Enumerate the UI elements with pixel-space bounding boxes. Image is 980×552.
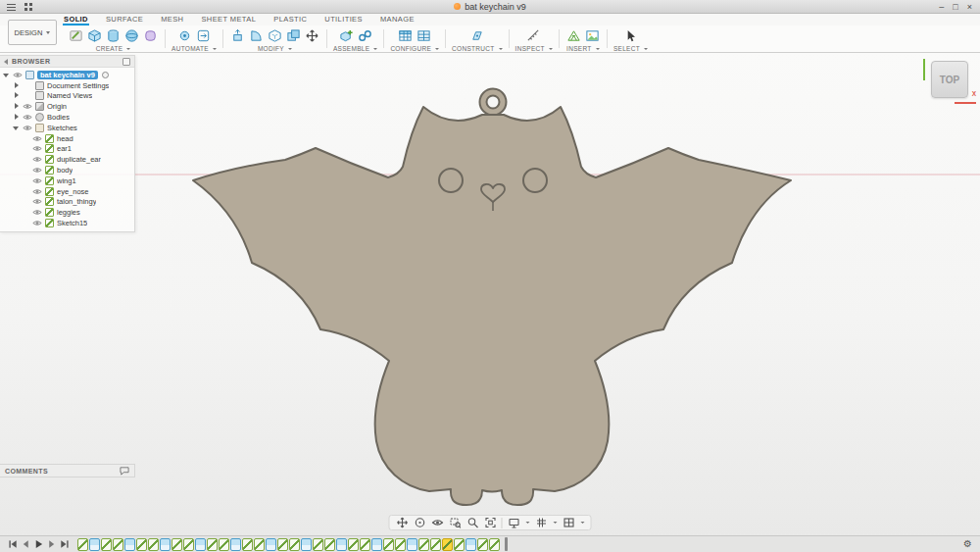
- browser-node-sketch15[interactable]: Sketch15: [0, 218, 134, 228]
- construct-plane-icon[interactable]: [468, 27, 485, 44]
- create-sketch-icon[interactable]: [68, 27, 84, 44]
- toolbar-group-label-create[interactable]: CREATE: [96, 45, 131, 52]
- toolbar-group-label-construct[interactable]: CONSTRUCT: [452, 45, 503, 52]
- move-icon[interactable]: [304, 27, 320, 44]
- comments-bubble-icon[interactable]: [120, 467, 129, 476]
- joint-icon[interactable]: [357, 27, 373, 44]
- visibility-eye-icon[interactable]: [23, 114, 32, 121]
- timeline-feature-sketch[interactable]: [148, 538, 159, 551]
- design-workspace-selector[interactable]: DESIGN: [8, 20, 57, 45]
- expand-arrow-icon[interactable]: [13, 125, 20, 131]
- combine-icon[interactable]: [285, 27, 302, 44]
- timeline-feature-sketch[interactable]: [113, 538, 123, 551]
- visibility-eye-icon[interactable]: [32, 188, 42, 195]
- timeline-feature-feature[interactable]: [336, 538, 347, 551]
- tab-utilities[interactable]: UTILITIES: [323, 15, 364, 25]
- expand-arrow-icon[interactable]: [13, 114, 20, 121]
- timeline-feature-sketch[interactable]: [360, 538, 370, 551]
- expand-arrow-icon[interactable]: [3, 72, 10, 78]
- display-settings-icon[interactable]: [508, 517, 520, 529]
- new-component-icon[interactable]: [338, 27, 355, 44]
- app-menu-icon[interactable]: [7, 4, 16, 11]
- fit-icon[interactable]: [484, 517, 497, 529]
- collapse-panel-icon[interactable]: [4, 59, 8, 65]
- timeline-feature-feature[interactable]: [160, 538, 171, 551]
- visibility-eye-icon[interactable]: [23, 125, 32, 131]
- model-viewport[interactable]: [0, 53, 980, 535]
- browser-node-body[interactable]: body: [0, 165, 134, 176]
- measure-icon[interactable]: [525, 27, 542, 44]
- visibility-eye-icon[interactable]: [32, 209, 42, 216]
- tab-plastic[interactable]: PLASTIC: [272, 15, 308, 25]
- browser-node-bodies[interactable]: Bodies: [0, 112, 134, 123]
- activate-component-icon[interactable]: [102, 72, 109, 78]
- app-grid-icon[interactable]: [24, 3, 32, 11]
- visibility-eye-icon[interactable]: [32, 220, 42, 226]
- visibility-eye-icon[interactable]: [32, 198, 42, 205]
- toolbar-group-label-automate[interactable]: AUTOMATE: [172, 45, 217, 52]
- timeline-feature-sketch[interactable]: [383, 538, 394, 551]
- zoom-icon[interactable]: [466, 517, 479, 529]
- go-to-start-button[interactable]: [8, 539, 19, 550]
- timeline-feature-feature[interactable]: [301, 538, 312, 551]
- toolbar-group-label-insert[interactable]: INSERT: [566, 45, 600, 52]
- timeline-feature-sketch[interactable]: [183, 538, 194, 551]
- timeline-feature-feature[interactable]: [89, 538, 100, 551]
- browser-node-document-settings[interactable]: Document Settings: [0, 80, 134, 91]
- select-cursor-icon[interactable]: [622, 27, 639, 44]
- timeline-feature-sketch[interactable]: [324, 538, 335, 551]
- browser-node-leggies[interactable]: leggies: [0, 207, 134, 218]
- orbit-icon[interactable]: [414, 517, 426, 529]
- pan-icon[interactable]: [396, 517, 409, 529]
- close-button[interactable]: ×: [967, 3, 972, 12]
- timeline-feature-sketch[interactable]: [101, 538, 112, 551]
- timeline-feature-sketch[interactable]: [136, 538, 147, 551]
- grid-display-icon[interactable]: [535, 517, 548, 529]
- visibility-eye-icon[interactable]: [32, 167, 42, 174]
- tab-sheet-metal[interactable]: SHEET METAL: [200, 15, 257, 25]
- timeline-feature-highlight[interactable]: [442, 538, 453, 551]
- bat-keychain-model[interactable]: [193, 89, 791, 506]
- timeline-feature-sketch[interactable]: [172, 538, 182, 551]
- play-button[interactable]: [33, 539, 44, 550]
- timeline-feature-sketch[interactable]: [418, 538, 429, 551]
- sphere-icon[interactable]: [123, 27, 140, 44]
- press-pull-icon[interactable]: [229, 27, 246, 44]
- keychain-ring-hole[interactable]: [487, 96, 500, 109]
- shell-icon[interactable]: [267, 27, 283, 44]
- look-at-icon[interactable]: [431, 517, 444, 529]
- timeline-feature-sketch[interactable]: [430, 538, 441, 551]
- browser-node-duplicate-ear[interactable]: duplicate_ear: [0, 154, 134, 165]
- timeline-feature-feature[interactable]: [124, 538, 135, 551]
- bat-body-shape[interactable]: [193, 107, 791, 505]
- automate-b-icon[interactable]: [195, 27, 212, 44]
- box-icon[interactable]: [86, 27, 103, 44]
- view-cube[interactable]: TOP: [931, 61, 968, 98]
- timeline-feature-feature[interactable]: [466, 538, 476, 551]
- tab-surface[interactable]: SURFACE: [105, 15, 144, 25]
- timeline-feature-feature[interactable]: [371, 538, 382, 551]
- expand-arrow-icon[interactable]: [13, 103, 20, 110]
- toolbar-group-label-inspect[interactable]: INSPECT: [515, 45, 553, 52]
- browser-node-wing1[interactable]: wing1: [0, 176, 134, 186]
- timeline-feature-sketch[interactable]: [277, 538, 288, 551]
- fillet-icon[interactable]: [248, 27, 265, 44]
- timeline-feature-feature[interactable]: [230, 538, 241, 551]
- toolbar-group-label-modify[interactable]: MODIFY: [258, 45, 292, 52]
- step-forward-button[interactable]: [46, 539, 57, 550]
- toolbar-group-label-configure[interactable]: CONFIGURE: [390, 45, 439, 52]
- visibility-eye-icon[interactable]: [32, 156, 42, 163]
- browser-node-origin[interactable]: Origin: [0, 101, 134, 112]
- timeline-feature-sketch[interactable]: [454, 538, 465, 551]
- timeline-feature-feature[interactable]: [195, 538, 206, 551]
- viewport-canvas[interactable]: TOP X: [0, 53, 980, 535]
- timeline-feature-sketch[interactable]: [242, 538, 253, 551]
- browser-node-head[interactable]: head: [0, 133, 134, 144]
- cylinder-icon[interactable]: [105, 27, 122, 44]
- timeline-feature-sketch[interactable]: [348, 538, 359, 551]
- expand-arrow-icon[interactable]: [13, 92, 20, 99]
- timeline-feature-sketch[interactable]: [219, 538, 229, 551]
- settings-gear-icon[interactable]: ⚙: [963, 539, 972, 549]
- timeline-feature-sketch[interactable]: [254, 538, 265, 551]
- visibility-eye-icon[interactable]: [13, 72, 23, 78]
